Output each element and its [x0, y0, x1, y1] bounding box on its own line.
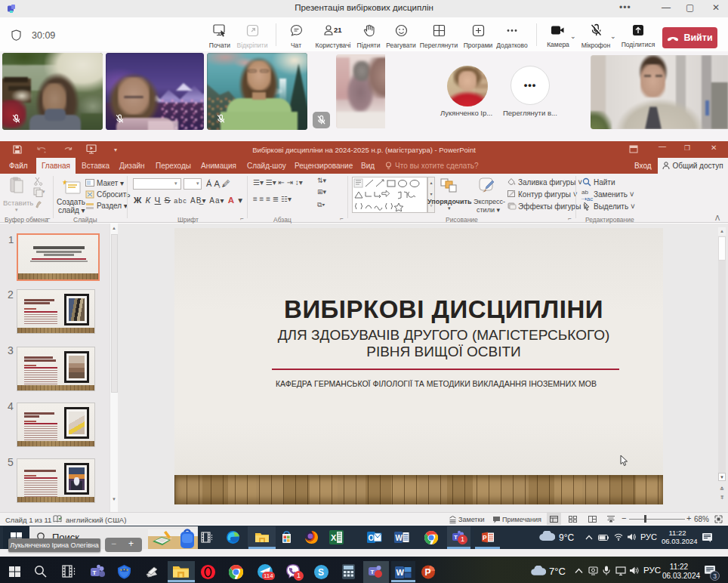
svg-text:X: X: [331, 533, 337, 542]
svg-text:W: W: [396, 568, 405, 577]
svg-text:P: P: [483, 534, 487, 541]
svg-text:T: T: [371, 569, 375, 575]
svg-text:W: W: [396, 534, 403, 542]
svg-text:O: O: [369, 534, 375, 542]
svg-text:21: 21: [334, 26, 342, 34]
svg-text:S: S: [318, 567, 324, 578]
svg-text:P: P: [425, 567, 431, 578]
svg-text:T: T: [93, 569, 97, 576]
